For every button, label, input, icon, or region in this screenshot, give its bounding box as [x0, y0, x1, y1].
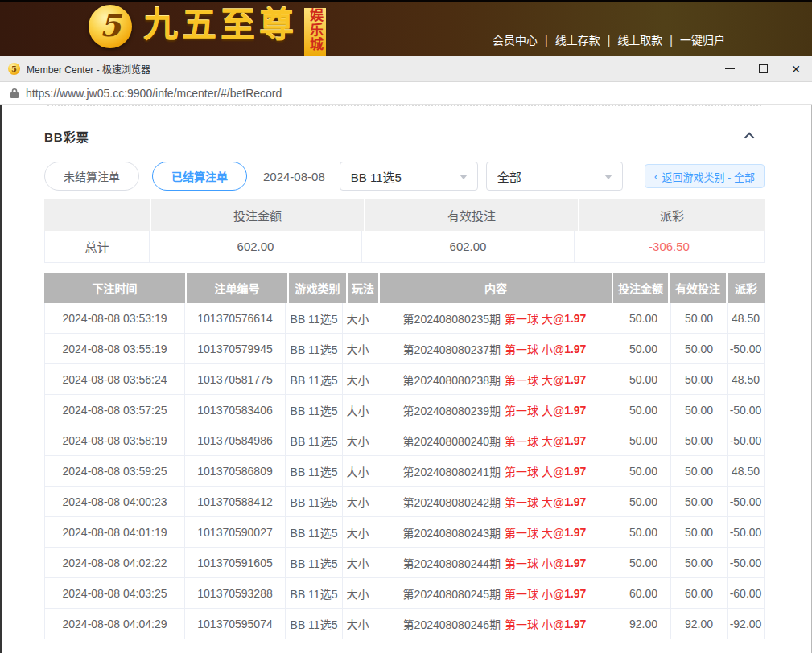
cell-content: 第202408080241期第一球 大@1.97: [373, 456, 616, 487]
content-odds: 1.97: [564, 556, 586, 569]
content-period: 第202408080237期: [403, 341, 501, 357]
nav-link-1[interactable]: 线上存款: [555, 34, 600, 47]
table-row: 2024-08-08 03:57:25101370583406BB 11选5大小…: [44, 395, 765, 425]
back-button-label: 返回游戏类别 - 全部: [662, 169, 755, 184]
cell-content: 第202408080238期第一球 大@1.97: [373, 364, 616, 395]
cell-payout: -60.00: [728, 578, 765, 609]
cell-game-type: BB 11选5: [286, 303, 343, 334]
minimize-button[interactable]: [724, 64, 736, 75]
chevron-down-icon: [604, 175, 612, 179]
cell-game-type: BB 11选5: [286, 334, 343, 364]
cell-valid-bet: 50.00: [671, 364, 728, 395]
cell-payout: 48.50: [728, 364, 765, 395]
content-pick: 第一球 大@: [505, 433, 564, 449]
cell-bet-amount: 50.00: [616, 425, 671, 456]
nav-separator: |: [670, 34, 673, 47]
cell-content: 第202408080242期第一球 大@1.97: [373, 487, 616, 517]
cell-payout: -50.00: [728, 487, 765, 517]
content-pick: 第一球 大@: [505, 310, 564, 326]
cell-content: 第202408080244期第一球 小@1.97: [373, 548, 616, 578]
cell-valid-bet: 50.00: [671, 425, 728, 456]
cell-bet-time: 2024-08-08 03:55:19: [44, 334, 185, 364]
game-select[interactable]: BB 11选5: [340, 162, 478, 191]
cell-game-type: BB 11选5: [286, 548, 343, 578]
summary-header-cell: 派彩: [579, 199, 765, 231]
summary-row-label: 总计: [44, 231, 150, 263]
content-odds: 1.97: [564, 434, 586, 447]
cell-play-type: 大小: [343, 609, 373, 639]
content-odds: 1.97: [564, 618, 586, 630]
cell-valid-bet: 50.00: [671, 517, 728, 548]
cell-valid-bet: 50.00: [671, 395, 728, 425]
bet-header-cell: 派彩: [728, 273, 765, 303]
cell-bet-time: 2024-08-08 03:59:25: [44, 456, 185, 487]
close-icon: ✕: [791, 64, 801, 75]
cell-order-id: 101370590027: [185, 517, 286, 548]
close-button[interactable]: ✕: [790, 64, 802, 75]
content-period: 第202408080245期: [403, 585, 501, 602]
content-period: 第202408080241期: [403, 463, 501, 479]
nav-link-2[interactable]: 线上取款: [617, 34, 662, 47]
page-title: BB彩票: [44, 128, 89, 145]
back-to-category-button[interactable]: ‹ 返回游戏类别 - 全部: [645, 164, 765, 188]
cell-game-type: BB 11选5: [286, 364, 343, 395]
bet-table-body: 2024-08-08 03:53:19101370576614BB 11选5大小…: [44, 303, 765, 639]
cell-play-type: 大小: [343, 334, 373, 364]
cell-bet-time: 2024-08-08 04:01:19: [44, 517, 185, 548]
cell-bet-time: 2024-08-08 03:57:25: [44, 395, 185, 425]
cell-content: 第202408080235期第一球 大@1.97: [373, 303, 616, 334]
type-select[interactable]: 全部: [486, 162, 623, 191]
cell-valid-bet: 92.00: [671, 609, 728, 639]
cell-content: 第202408080246期第一球 小@1.97: [373, 609, 616, 639]
content-odds: 1.97: [564, 465, 586, 478]
content-pick: 第一球 小@: [505, 341, 564, 357]
maximize-button[interactable]: [757, 64, 769, 75]
nav-link-0[interactable]: 会员中心: [493, 34, 538, 47]
table-row: 2024-08-08 04:01:19101370590027BB 11选5大小…: [44, 517, 765, 548]
cell-content: 第202408080237期第一球 小@1.97: [373, 334, 616, 364]
content-pick: 第一球 小@: [505, 585, 564, 602]
bet-header-cell: 玩法: [348, 273, 378, 303]
cell-bet-amount: 50.00: [616, 395, 671, 425]
content-odds: 1.97: [564, 404, 586, 417]
site-logo[interactable]: 5 九五至尊 娱乐城: [89, 3, 326, 56]
cell-payout: -50.00: [728, 395, 765, 425]
cell-bet-time: 2024-08-08 03:53:19: [44, 303, 185, 334]
tab-settled-bets[interactable]: 已结算注单: [152, 162, 247, 191]
cell-game-type: BB 11选5: [286, 578, 343, 609]
minimize-icon: [725, 68, 735, 70]
content-odds: 1.97: [564, 495, 586, 508]
window-title: Member Center - 极速浏览器: [27, 62, 150, 76]
filter-row: 未结算注单 已结算注单 2024-08-08 BB 11选5 全部 ‹ 返回游戏…: [44, 162, 765, 191]
date-picker[interactable]: 2024-08-08: [263, 170, 325, 183]
nav-separator: |: [545, 34, 548, 47]
table-row: 2024-08-08 04:03:25101370593288BB 11选5大小…: [44, 578, 765, 609]
cell-valid-bet: 50.00: [671, 487, 728, 517]
cell-bet-time: 2024-08-08 04:00:23: [44, 487, 185, 517]
cell-content: 第202408080239期第一球 大@1.97: [373, 395, 616, 425]
cell-content: 第202408080240期第一球 大@1.97: [373, 425, 616, 456]
bet-header-cell: 有效投注: [670, 273, 726, 303]
cell-valid-bet: 50.00: [671, 456, 728, 487]
content-pick: 第一球 大@: [505, 463, 564, 479]
content-pick: 第一球 小@: [505, 555, 564, 571]
content-period: 第202408080246期: [403, 616, 501, 632]
cell-order-id: 101370579945: [185, 334, 286, 364]
summary-payout: -306.50: [575, 231, 765, 263]
summary-header-cell: [44, 199, 150, 231]
nav-link-3[interactable]: 一键归户: [680, 34, 725, 47]
bet-header-cell: 游戏类别: [289, 273, 346, 303]
collapse-button[interactable]: [744, 131, 756, 142]
url-bar[interactable]: https://www.jw05.cc:9900/infe/mcenter/#/…: [0, 82, 812, 105]
site-logo-text: 九五至尊: [143, 6, 298, 44]
url-text: https://www.jw05.cc:9900/infe/mcenter/#/…: [26, 87, 282, 100]
cell-bet-amount: 60.00: [616, 578, 671, 609]
tab-unsettled-bets[interactable]: 未结算注单: [44, 162, 139, 191]
chevron-down-icon: [460, 175, 468, 179]
cell-bet-time: 2024-08-08 04:02:22: [44, 548, 185, 578]
table-row: 2024-08-08 04:04:29101370595074BB 11选5大小…: [44, 609, 765, 639]
cell-game-type: BB 11选5: [286, 395, 343, 425]
cell-play-type: 大小: [343, 548, 373, 578]
table-row: 2024-08-08 03:53:19101370576614BB 11选5大小…: [44, 303, 765, 334]
cell-play-type: 大小: [343, 456, 373, 487]
